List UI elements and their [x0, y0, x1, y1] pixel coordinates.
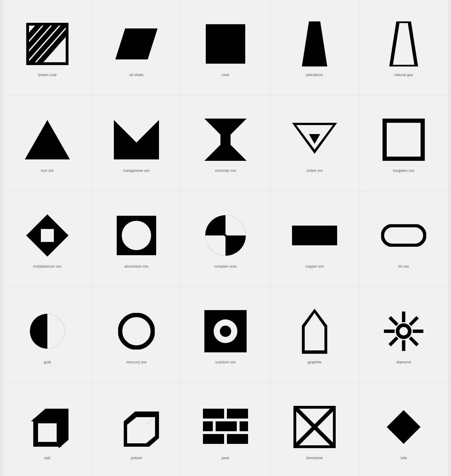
svg-rect-39: [402, 312, 405, 322]
potash-icon-container: [111, 402, 162, 452]
nickel-ore-icon-container: [289, 114, 340, 165]
petroleum-icon: [299, 21, 330, 66]
limestone-icon-container: [289, 402, 340, 452]
svg-rect-23: [41, 229, 54, 242]
cell-graphite: graphite: [270, 287, 359, 382]
cell-chromite-ore: chromite ore: [181, 96, 270, 191]
lufa-icon-container: [378, 402, 429, 452]
manganese-ore-icon: [114, 120, 159, 159]
limestone-label: limestone: [306, 456, 323, 460]
svg-rect-64: [240, 421, 248, 431]
tin-ore-label: tin ore: [398, 264, 409, 268]
copper-ore-icon-container: [289, 210, 340, 261]
cell-limestone: limestone: [270, 383, 359, 476]
svg-rect-61: [227, 409, 248, 419]
cell-coal: coal: [181, 0, 270, 95]
tin-ore-icon: [381, 224, 426, 247]
complex-ores-icon: [204, 214, 247, 257]
diamond-icon-container: [378, 306, 429, 357]
molybdenum-ore-icon-container: [22, 210, 73, 261]
chromite-ore-label: chromite ore: [215, 168, 236, 173]
tungsten-ore-icon: [383, 119, 425, 161]
tungsten-ore-label: tungsten ore: [393, 168, 414, 173]
svg-rect-45: [388, 316, 398, 326]
svg-rect-53: [38, 423, 57, 442]
chromite-ore-icon-container: [200, 114, 251, 165]
aluminium-ore-icon: [115, 214, 158, 257]
aluminium-ore-label: aluminium ore: [124, 264, 148, 268]
diamond-icon: [383, 310, 425, 352]
brown-coal-icon: [26, 23, 68, 65]
complex-ores-label: complex ores: [214, 264, 237, 268]
mercury-ore-icon-container: [111, 306, 162, 357]
iron-ore-icon: [25, 120, 70, 159]
oil-shale-icon-container: [111, 19, 162, 69]
cell-tungsten-ore: tungsten ore: [359, 96, 448, 191]
svg-rect-46: [409, 336, 419, 346]
natural-gas-icon: [388, 21, 419, 66]
svg-rect-66: [227, 434, 248, 444]
svg-marker-70: [387, 410, 421, 444]
tin-ore-icon-container: [378, 210, 429, 261]
cell-tin-ore: tin ore: [359, 192, 448, 287]
uranium-ore-label: uranium ore: [215, 360, 236, 364]
svg-point-31: [120, 315, 153, 348]
svg-point-34: [220, 326, 231, 337]
petroleum-icon-container: [289, 19, 340, 69]
tungsten-ore-icon-container: [378, 114, 429, 165]
svg-marker-9: [302, 21, 327, 66]
cell-molybdenum-ore: molybdenum ore: [3, 192, 92, 287]
svg-marker-10: [391, 21, 416, 66]
potash-label: potash: [131, 456, 142, 460]
cell-brown-coal: brown coal: [3, 0, 92, 95]
molybdenum-ore-icon: [26, 214, 68, 257]
svg-rect-29: [383, 226, 425, 245]
cell-manganese-ore: manganese ore: [92, 96, 181, 191]
cell-complex-ores: complex ores: [181, 192, 270, 287]
svg-point-25: [122, 221, 151, 250]
salt-icon-container: [22, 402, 73, 452]
salt-icon: [26, 406, 68, 448]
svg-rect-65: [203, 434, 224, 444]
mineral-symbols-grid: brown coal oil shale coal petroleum: [3, 0, 448, 476]
svg-rect-41: [384, 330, 395, 333]
svg-marker-7: [115, 28, 158, 59]
cell-diamond: diamond: [359, 287, 448, 382]
molybdenum-ore-label: molybdenum ore: [33, 264, 61, 268]
svg-point-27: [224, 234, 227, 237]
nickel-ore-icon: [292, 123, 337, 157]
peat-icon: [203, 409, 248, 445]
svg-rect-60: [203, 409, 224, 419]
svg-rect-42: [413, 330, 423, 333]
nickel-ore-label: nickel ore: [306, 168, 323, 173]
cell-mercury-ore: mercury ore: [92, 287, 181, 382]
aluminium-ore-icon-container: [111, 210, 162, 261]
natural-gas-label: natural gas: [394, 73, 413, 77]
uranium-ore-icon-container: [200, 306, 251, 357]
graphite-icon: [302, 309, 327, 354]
peat-icon-container: [200, 402, 251, 452]
iron-ore-icon-container: [22, 114, 73, 165]
svg-rect-44: [388, 336, 398, 346]
potash-icon: [114, 406, 159, 448]
brown-coal-icon-container: [22, 19, 73, 69]
limestone-icon: [293, 406, 336, 448]
svg-rect-63: [216, 421, 237, 431]
manganese-ore-label: manganese ore: [123, 168, 150, 173]
svg-point-38: [399, 327, 408, 335]
cell-copper-ore: copper ore: [270, 192, 359, 287]
cell-oil-shale: oil shale: [92, 0, 181, 95]
copper-ore-label: copper ore: [306, 264, 324, 268]
natural-gas-icon-container: [378, 19, 429, 69]
mercury-ore-label: mercury ore: [126, 360, 147, 364]
svg-rect-43: [409, 316, 419, 326]
diamond-label: diamond: [396, 360, 411, 364]
brown-coal-label: brown coal: [38, 73, 56, 77]
petroleum-label: petroleum: [306, 73, 323, 77]
cell-salt: salt: [3, 383, 92, 476]
peat-label: peat: [222, 456, 229, 460]
cell-potash: potash: [92, 383, 181, 476]
gold-label: gold: [44, 360, 51, 364]
manganese-ore-icon-container: [111, 114, 162, 165]
cell-gold: gold: [3, 287, 92, 382]
